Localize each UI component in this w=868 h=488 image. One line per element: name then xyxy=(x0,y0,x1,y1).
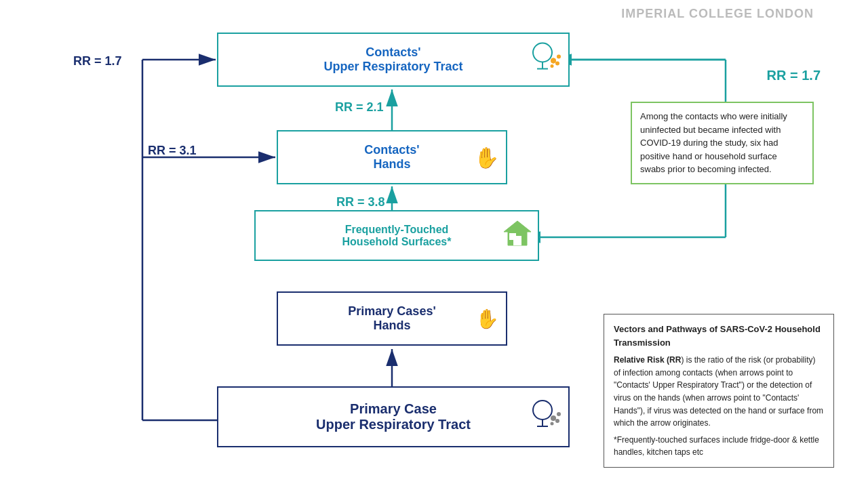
info-box-text: Among the contacts who were initially un… xyxy=(640,111,787,174)
contacts-urt-line1: Contacts' xyxy=(323,45,462,60)
legend-box: Vectors and Pathways of SARS-CoV-2 House… xyxy=(604,314,834,468)
contacts-hands-line1: Contacts' xyxy=(364,143,419,157)
contacts-hands-icon: ✋ xyxy=(474,146,499,169)
legend-footnote: *Frequently-touched surfaces include fri… xyxy=(614,434,824,459)
house-icon xyxy=(502,220,532,247)
primary-urt-icon xyxy=(528,396,563,437)
box-contacts-urt: Contacts' Upper Respiratory Tract xyxy=(217,33,570,87)
info-box-top: Among the contacts who were initially un… xyxy=(631,102,814,184)
primary-hands-line1: Primary Cases' xyxy=(348,304,435,319)
primary-urt-line1: Primary Case xyxy=(316,401,471,417)
legend-rr-label: Relative Risk ( xyxy=(614,355,669,365)
rr-right: RR = 1.7 xyxy=(767,68,821,83)
rr-left-mid: RR = 3.1 xyxy=(148,144,197,158)
household-line1: Frequently-Touched xyxy=(342,224,452,236)
svg-point-27 xyxy=(533,401,552,420)
box-household-surfaces: Frequently-Touched Household Surfaces* xyxy=(254,210,539,261)
head-virus-icon-teal xyxy=(528,39,563,75)
contacts-urt-line2: Upper Respiratory Tract xyxy=(323,60,462,74)
svg-rect-26 xyxy=(509,233,516,240)
svg-point-20 xyxy=(555,62,559,66)
primary-hands-line2: Hands xyxy=(348,319,435,333)
primary-head-virus-icon xyxy=(528,396,563,432)
household-line2: Household Surfaces* xyxy=(342,236,452,248)
svg-point-21 xyxy=(551,64,554,68)
household-icon xyxy=(502,220,532,252)
rr-left-top: RR = 1.7 xyxy=(73,54,122,68)
diagram-area: IMPERIAL COLLEGE LONDON xyxy=(0,0,868,488)
svg-point-32 xyxy=(555,419,559,423)
legend-body: Relative Risk (RR) is the ratio of the r… xyxy=(614,354,824,430)
rr-center-top: RR = 2.1 xyxy=(335,100,384,115)
contacts-hands-line2: Hands xyxy=(364,157,419,171)
rr-center-mid: RR = 3.8 xyxy=(336,195,385,209)
svg-point-33 xyxy=(551,422,554,426)
svg-point-15 xyxy=(533,43,552,62)
svg-point-31 xyxy=(557,412,561,416)
legend-rr-suffix: ) is the ratio of the risk (or probabili… xyxy=(614,355,823,428)
box-contacts-hands: Contacts' Hands ✋ xyxy=(277,130,507,184)
svg-point-19 xyxy=(557,55,561,59)
legend-rr-abbr: RR xyxy=(669,355,681,365)
legend-title: Vectors and Pathways of SARS-CoV-2 House… xyxy=(614,323,824,350)
primary-hands-icon: ✋ xyxy=(475,308,499,330)
watermark: IMPERIAL COLLEGE LONDON xyxy=(621,7,814,21)
contacts-urt-icon xyxy=(528,39,563,81)
box-primary-cases-hands: Primary Cases' Hands ✋ xyxy=(277,291,507,346)
box-primary-urt: Primary Case Upper Respiratory Tract xyxy=(217,386,570,447)
primary-urt-line2: Upper Respiratory Tract xyxy=(316,417,471,432)
